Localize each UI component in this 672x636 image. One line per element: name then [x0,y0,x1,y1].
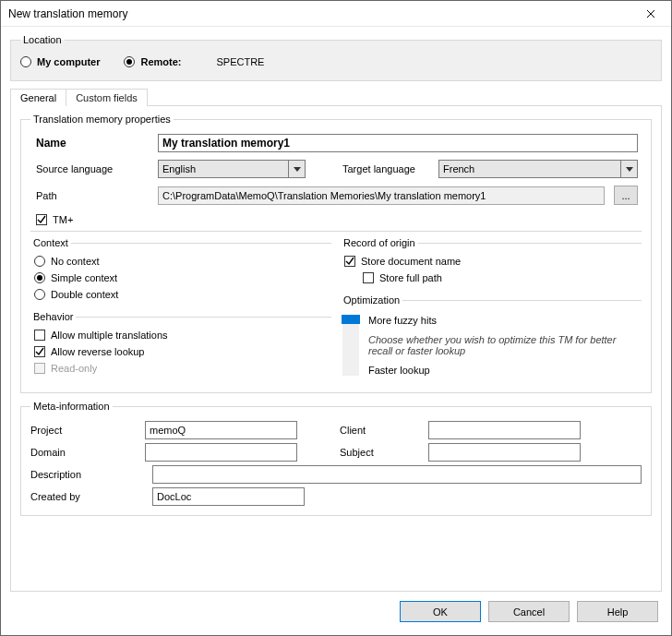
target-language-label: Target language [342,163,431,174]
radio-label: My computer [37,56,100,67]
tab-custom-fields[interactable]: Custom fields [66,89,148,106]
titlebar: New translation memory [1,1,671,27]
domain-label: Domain [30,447,145,458]
cancel-button[interactable]: Cancel [488,601,570,622]
radio-label: Simple context [51,272,117,283]
subject-input[interactable] [428,443,581,462]
combo-text: French [439,163,620,174]
createdby-label: Created by [30,491,145,502]
close-icon [646,9,655,18]
separator [30,231,642,232]
tm-properties-legend: Translation memory properties [30,114,174,125]
description-input[interactable] [152,465,642,484]
checkbox-icon [34,346,45,357]
createdby-input[interactable] [152,487,305,506]
slider-top-label: More fuzzy hits [368,315,640,326]
radio-icon [34,272,45,283]
checkbox-icon [344,256,355,267]
browse-button[interactable]: ... [614,186,638,205]
tab-general[interactable]: General [10,89,66,106]
target-language-combo[interactable]: French [438,160,638,178]
radio-label: No context [51,256,100,267]
record-group: Record of origin Store document name Sto… [341,237,642,289]
record-legend: Record of origin [341,237,418,248]
close-button[interactable] [630,1,671,26]
name-input[interactable] [158,134,638,152]
context-legend: Context [30,237,71,248]
checkbox-icon [34,330,45,341]
store-doc-checkbox[interactable]: Store document name [344,256,642,267]
checkbox-icon [34,363,45,374]
location-group: Location My computer Remote: SPECTRE [10,34,662,81]
slider-bottom-label: Faster lookup [368,365,640,376]
remote-server-name: SPECTRE [216,56,264,67]
tm-properties-group: Translation memory properties Name Sourc… [20,114,652,393]
optimization-slider[interactable] [342,315,359,376]
description-label: Description [30,469,145,480]
client-input[interactable] [428,421,581,439]
checkbox-label: Store document name [361,256,461,267]
name-label: Name [36,137,150,150]
behavior-legend: Behavior [30,311,76,322]
radio-icon [34,289,45,300]
slider-thumb[interactable] [342,315,360,324]
context-group: Context No context Simple context [30,237,331,306]
window-title: New translation memory [8,7,127,20]
tmplus-checkbox[interactable]: TM+ [36,214,73,225]
chevron-down-icon [620,161,637,177]
source-language-label: Source language [36,163,150,174]
allow-multiple-checkbox[interactable]: Allow multiple translations [34,330,331,341]
radio-icon [20,56,31,67]
source-language-combo[interactable]: English [158,160,306,178]
checkbox-label: TM+ [53,214,73,225]
radio-label: Remote: [140,56,181,67]
radio-icon [34,256,45,267]
location-legend: Location [20,34,65,45]
client-label: Client [340,425,428,436]
checkbox-icon [36,214,47,225]
slider-hint: Choose whether you wish to optimize this… [368,334,640,356]
optimization-group: Optimization More fuzzy hits Choose whet… [341,294,642,383]
domain-input[interactable] [145,443,297,462]
project-label: Project [30,425,145,436]
ok-button[interactable]: OK [400,601,481,622]
subject-label: Subject [340,447,428,458]
radio-label: Double context [51,289,118,300]
combo-text: English [159,163,288,174]
meta-legend: Meta-information [30,401,113,412]
checkbox-label: Store full path [379,272,442,283]
checkbox-label: Allow multiple translations [51,330,168,341]
behavior-group: Behavior Allow multiple translations All… [30,311,331,379]
meta-group: Meta-information Project Client Domain [20,401,652,516]
radio-no-context[interactable]: No context [34,256,331,267]
radio-remote[interactable]: Remote: [124,56,181,67]
project-input[interactable] [145,421,297,439]
tabstrip: General Custom fields [10,89,662,106]
optimization-legend: Optimization [341,294,402,306]
radio-my-computer[interactable]: My computer [20,56,100,67]
readonly-checkbox: Read-only [34,363,331,374]
dialog-window: New translation memory Location My compu… [0,0,672,636]
checkbox-icon [363,272,374,283]
store-full-checkbox[interactable]: Store full path [344,272,642,283]
help-button[interactable]: Help [577,601,658,622]
dialog-footer: OK Cancel Help [10,592,662,626]
checkbox-label: Allow reverse lookup [51,346,145,357]
checkbox-label: Read-only [51,363,97,374]
path-input [158,186,605,205]
radio-simple-context[interactable]: Simple context [34,272,331,283]
allow-reverse-checkbox[interactable]: Allow reverse lookup [34,346,331,357]
tab-content: Translation memory properties Name Sourc… [10,105,662,592]
radio-double-context[interactable]: Double context [34,289,331,300]
chevron-down-icon [288,161,305,177]
path-label: Path [36,190,150,201]
radio-icon [124,56,135,67]
